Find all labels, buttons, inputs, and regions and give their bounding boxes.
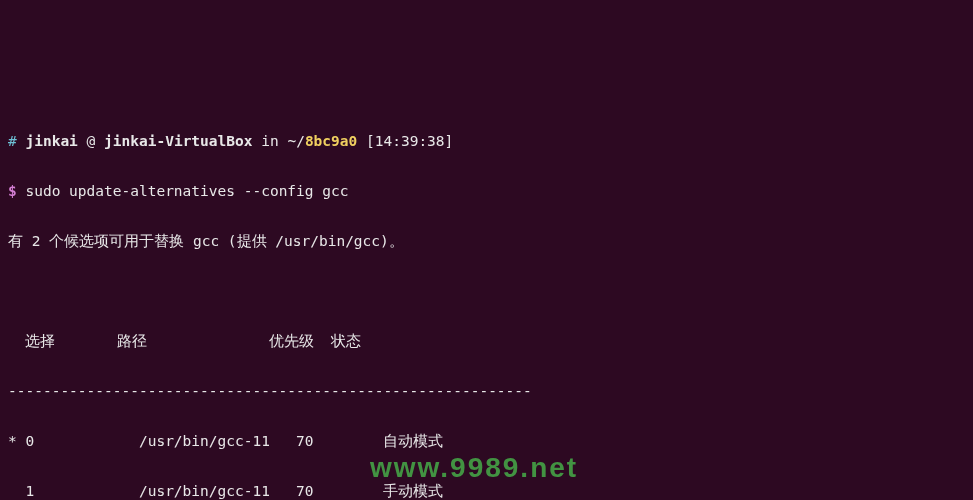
alternatives-intro: 有 2 个候选项可用于替换 gcc (提供 /usr/bin/gcc)。	[8, 229, 965, 254]
blank-line	[8, 279, 965, 304]
command-line-1: $ sudo update-alternatives --config gcc	[8, 179, 965, 204]
prompt-dollar: $	[8, 183, 17, 199]
alternatives-row: 1 /usr/bin/gcc-11 70 手动模式	[8, 479, 965, 500]
prompt-path: 8bc9a0	[305, 133, 357, 149]
terminal-output[interactable]: # jinkai @ jinkai-VirtualBox in ~/8bc9a0…	[8, 104, 965, 500]
prompt-in: in	[261, 133, 278, 149]
prompt-line-1: # jinkai @ jinkai-VirtualBox in ~/8bc9a0…	[8, 129, 965, 154]
prompt-hash: #	[8, 133, 17, 149]
prompt-at: @	[87, 133, 96, 149]
prompt-time: [14:39:38]	[366, 133, 453, 149]
alternatives-header: 选择 路径 优先级 状态	[8, 329, 965, 354]
prompt-host: jinkai-VirtualBox	[104, 133, 252, 149]
alternatives-separator: ----------------------------------------…	[8, 379, 965, 404]
prompt-user: jinkai	[25, 133, 77, 149]
prompt-tilde: ~/	[287, 133, 304, 149]
alternatives-row: * 0 /usr/bin/gcc-11 70 自动模式	[8, 429, 965, 454]
command-text: sudo update-alternatives --config gcc	[25, 183, 348, 199]
